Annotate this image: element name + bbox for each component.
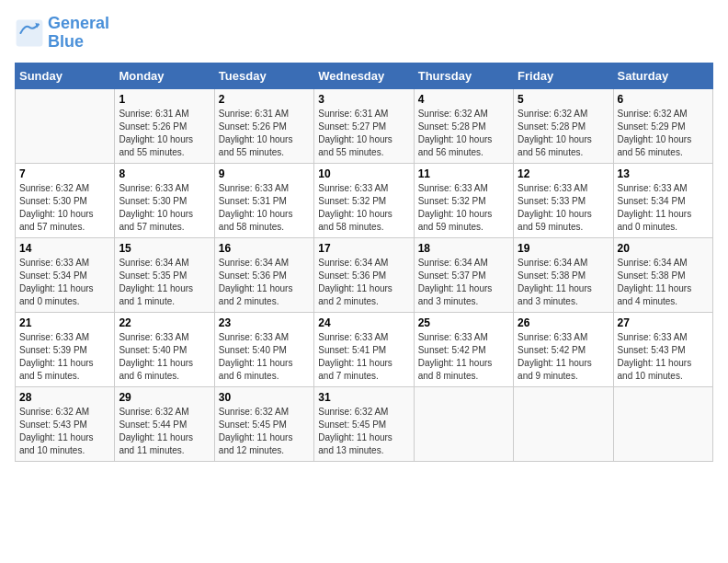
day-number: 29 (119, 391, 210, 404)
calendar-cell: 20Sunrise: 6:34 AM Sunset: 5:38 PM Dayli… (613, 237, 712, 312)
week-row-1: 1Sunrise: 6:31 AM Sunset: 5:26 PM Daylig… (16, 88, 713, 163)
logo-icon (15, 18, 44, 48)
calendar-cell: 26Sunrise: 6:33 AM Sunset: 5:42 PM Dayli… (514, 312, 613, 386)
day-number: 11 (418, 167, 509, 180)
calendar-cell: 23Sunrise: 6:33 AM Sunset: 5:40 PM Dayli… (214, 312, 313, 386)
week-row-2: 7Sunrise: 6:32 AM Sunset: 5:30 PM Daylig… (16, 163, 713, 237)
calendar-cell: 27Sunrise: 6:33 AM Sunset: 5:43 PM Dayli… (613, 312, 712, 386)
day-number: 17 (318, 242, 409, 255)
calendar-cell (613, 386, 712, 461)
day-info: Sunrise: 6:33 AM Sunset: 5:32 PM Dayligh… (318, 182, 409, 234)
day-number: 15 (119, 242, 210, 255)
day-info: Sunrise: 6:31 AM Sunset: 5:26 PM Dayligh… (219, 108, 310, 159)
day-number: 31 (318, 391, 409, 404)
day-info: Sunrise: 6:33 AM Sunset: 5:30 PM Dayligh… (119, 182, 210, 234)
day-number: 7 (19, 167, 110, 180)
calendar-cell: 10Sunrise: 6:33 AM Sunset: 5:32 PM Dayli… (314, 163, 414, 237)
calendar-cell: 25Sunrise: 6:33 AM Sunset: 5:42 PM Dayli… (414, 312, 513, 386)
calendar-cell: 4Sunrise: 6:32 AM Sunset: 5:28 PM Daylig… (414, 88, 513, 163)
day-number: 19 (518, 242, 609, 255)
calendar-cell: 3Sunrise: 6:31 AM Sunset: 5:27 PM Daylig… (314, 88, 414, 163)
day-info: Sunrise: 6:33 AM Sunset: 5:40 PM Dayligh… (119, 331, 210, 383)
day-info: Sunrise: 6:33 AM Sunset: 5:31 PM Dayligh… (219, 182, 310, 234)
day-info: Sunrise: 6:33 AM Sunset: 5:43 PM Dayligh… (618, 331, 709, 383)
calendar-cell: 15Sunrise: 6:34 AM Sunset: 5:35 PM Dayli… (115, 237, 214, 312)
day-info: Sunrise: 6:31 AM Sunset: 5:26 PM Dayligh… (119, 108, 210, 159)
day-number: 24 (318, 316, 409, 329)
day-number: 23 (219, 316, 310, 329)
column-header-tuesday: Tuesday (214, 63, 313, 88)
day-info: Sunrise: 6:32 AM Sunset: 5:43 PM Dayligh… (19, 406, 110, 457)
calendar-body: 1Sunrise: 6:31 AM Sunset: 5:26 PM Daylig… (16, 88, 713, 461)
day-info: Sunrise: 6:32 AM Sunset: 5:45 PM Dayligh… (318, 406, 409, 457)
column-header-thursday: Thursday (414, 63, 513, 88)
day-info: Sunrise: 6:32 AM Sunset: 5:28 PM Dayligh… (418, 108, 509, 159)
day-info: Sunrise: 6:32 AM Sunset: 5:29 PM Dayligh… (618, 108, 709, 159)
calendar-cell: 31Sunrise: 6:32 AM Sunset: 5:45 PM Dayli… (314, 386, 414, 461)
day-number: 16 (219, 242, 310, 255)
day-number: 18 (418, 242, 509, 255)
day-number: 1 (119, 93, 210, 106)
day-info: Sunrise: 6:34 AM Sunset: 5:37 PM Dayligh… (418, 257, 509, 308)
column-header-saturday: Saturday (613, 63, 712, 88)
day-info: Sunrise: 6:33 AM Sunset: 5:41 PM Dayligh… (318, 331, 409, 383)
day-number: 13 (618, 167, 709, 180)
day-info: Sunrise: 6:34 AM Sunset: 5:36 PM Dayligh… (219, 257, 310, 308)
logo: General Blue (15, 15, 109, 52)
calendar-cell: 17Sunrise: 6:34 AM Sunset: 5:36 PM Dayli… (314, 237, 414, 312)
day-number: 2 (219, 93, 310, 106)
calendar-cell (514, 386, 613, 461)
calendar-cell: 22Sunrise: 6:33 AM Sunset: 5:40 PM Dayli… (115, 312, 214, 386)
day-info: Sunrise: 6:34 AM Sunset: 5:38 PM Dayligh… (518, 257, 609, 308)
day-info: Sunrise: 6:32 AM Sunset: 5:28 PM Dayligh… (518, 108, 609, 159)
calendar-cell: 24Sunrise: 6:33 AM Sunset: 5:41 PM Dayli… (314, 312, 414, 386)
day-number: 27 (618, 316, 709, 329)
calendar-cell: 2Sunrise: 6:31 AM Sunset: 5:26 PM Daylig… (214, 88, 313, 163)
day-info: Sunrise: 6:32 AM Sunset: 5:44 PM Dayligh… (119, 406, 210, 457)
calendar-cell: 12Sunrise: 6:33 AM Sunset: 5:33 PM Dayli… (514, 163, 613, 237)
column-header-sunday: Sunday (16, 63, 115, 88)
day-number: 4 (418, 93, 509, 106)
calendar-cell: 8Sunrise: 6:33 AM Sunset: 5:30 PM Daylig… (115, 163, 214, 237)
calendar-cell: 13Sunrise: 6:33 AM Sunset: 5:34 PM Dayli… (613, 163, 712, 237)
day-info: Sunrise: 6:32 AM Sunset: 5:30 PM Dayligh… (19, 182, 110, 234)
day-number: 10 (318, 167, 409, 180)
calendar-cell (414, 386, 513, 461)
day-number: 30 (219, 391, 310, 404)
day-info: Sunrise: 6:33 AM Sunset: 5:32 PM Dayligh… (418, 182, 509, 234)
day-number: 26 (518, 316, 609, 329)
calendar-cell: 1Sunrise: 6:31 AM Sunset: 5:26 PM Daylig… (115, 88, 214, 163)
day-number: 3 (318, 93, 409, 106)
calendar-cell: 5Sunrise: 6:32 AM Sunset: 5:28 PM Daylig… (514, 88, 613, 163)
calendar-cell: 16Sunrise: 6:34 AM Sunset: 5:36 PM Dayli… (214, 237, 313, 312)
calendar-cell: 18Sunrise: 6:34 AM Sunset: 5:37 PM Dayli… (414, 237, 513, 312)
day-number: 9 (219, 167, 310, 180)
week-row-5: 28Sunrise: 6:32 AM Sunset: 5:43 PM Dayli… (16, 386, 713, 461)
day-info: Sunrise: 6:33 AM Sunset: 5:42 PM Dayligh… (518, 331, 609, 383)
day-number: 28 (19, 391, 110, 404)
day-info: Sunrise: 6:33 AM Sunset: 5:42 PM Dayligh… (418, 331, 509, 383)
day-info: Sunrise: 6:34 AM Sunset: 5:35 PM Dayligh… (119, 257, 210, 308)
day-number: 22 (119, 316, 210, 329)
day-number: 20 (618, 242, 709, 255)
day-number: 14 (19, 242, 110, 255)
calendar-cell: 21Sunrise: 6:33 AM Sunset: 5:39 PM Dayli… (16, 312, 115, 386)
day-number: 12 (518, 167, 609, 180)
day-number: 21 (19, 316, 110, 329)
day-number: 25 (418, 316, 509, 329)
day-info: Sunrise: 6:33 AM Sunset: 5:39 PM Dayligh… (19, 331, 110, 383)
logo-text: General Blue (48, 15, 109, 52)
column-header-monday: Monday (115, 63, 214, 88)
calendar-cell: 6Sunrise: 6:32 AM Sunset: 5:29 PM Daylig… (613, 88, 712, 163)
calendar-cell: 14Sunrise: 6:33 AM Sunset: 5:34 PM Dayli… (16, 237, 115, 312)
calendar-cell: 19Sunrise: 6:34 AM Sunset: 5:38 PM Dayli… (514, 237, 613, 312)
calendar-cell: 11Sunrise: 6:33 AM Sunset: 5:32 PM Dayli… (414, 163, 513, 237)
calendar-cell: 30Sunrise: 6:32 AM Sunset: 5:45 PM Dayli… (214, 386, 313, 461)
day-number: 8 (119, 167, 210, 180)
day-info: Sunrise: 6:33 AM Sunset: 5:40 PM Dayligh… (219, 331, 310, 383)
calendar-cell: 29Sunrise: 6:32 AM Sunset: 5:44 PM Dayli… (115, 386, 214, 461)
calendar-cell: 9Sunrise: 6:33 AM Sunset: 5:31 PM Daylig… (214, 163, 313, 237)
calendar-cell: 7Sunrise: 6:32 AM Sunset: 5:30 PM Daylig… (16, 163, 115, 237)
day-info: Sunrise: 6:32 AM Sunset: 5:45 PM Dayligh… (219, 406, 310, 457)
day-number: 5 (518, 93, 609, 106)
